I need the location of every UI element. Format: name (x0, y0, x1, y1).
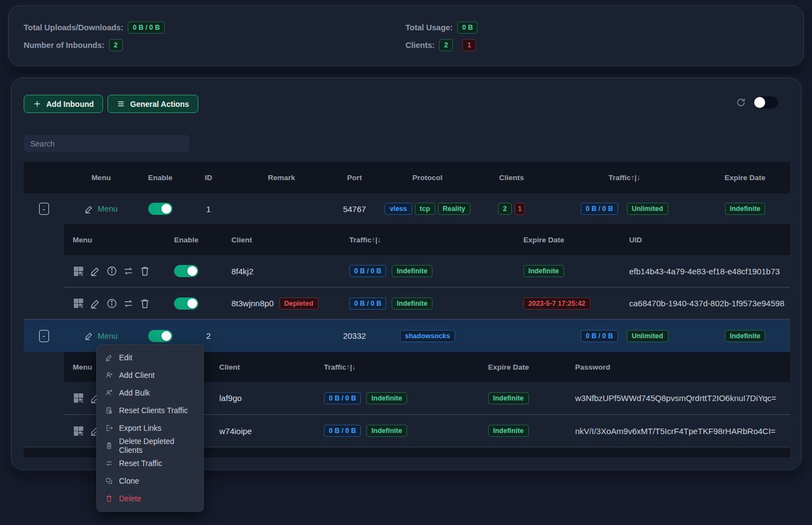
export-icon (105, 424, 113, 432)
menu-item-reset-traffic[interactable]: Reset Traffic (97, 454, 203, 472)
client-uid: efb14b43-4a79-4e83-ef18-e48cf1901b73 (620, 267, 790, 276)
refresh-icon[interactable] (736, 98, 746, 107)
delete-icon[interactable] (139, 298, 150, 309)
file-reset-icon (105, 407, 113, 414)
menu-item-label: Export Links (119, 424, 161, 432)
header-password: Password (566, 363, 790, 371)
traffic-badge: 0 B / 0 B (349, 265, 386, 277)
info-icon[interactable] (106, 266, 117, 277)
menu-item-label: Add Bulk (119, 388, 150, 397)
depleted-badge: Depleted (279, 297, 318, 310)
inbound-port: 54767 (328, 204, 381, 214)
inbound-context-menu: Edit Add Client Add Bulk Reset Clients T… (96, 344, 204, 512)
dark-mode-toggle[interactable] (754, 96, 778, 109)
info-icon[interactable] (106, 298, 117, 309)
header-remark: Remark (235, 174, 328, 182)
stats-panel: Total Uploads/Downloads: 0 B / 0 B Numbe… (8, 6, 804, 66)
delete-icon (105, 495, 113, 502)
menu-item-label: Add Client (119, 371, 155, 380)
menu-item-label: Reset Clients Traffic (119, 406, 188, 415)
header-traffic-sort[interactable]: Traffic↑|↓ (315, 363, 479, 371)
qrcode-icon[interactable] (73, 266, 84, 277)
edit-icon (105, 354, 113, 361)
menu-item-clone[interactable]: Clone (97, 472, 203, 490)
row-menu-trigger[interactable]: Menu (84, 204, 117, 214)
header-traffic-sort[interactable]: Traffic↑|↓ (549, 174, 700, 182)
header-protocol: Protocol (381, 174, 474, 182)
menu-item-reset-clients-traffic[interactable]: Reset Clients Traffic (97, 402, 203, 419)
expire-badge: Indefinite (523, 265, 564, 277)
traffic-badge: 0 B / 0 B (324, 425, 361, 437)
menu-item-edit[interactable]: Edit (97, 349, 203, 366)
enable-toggle[interactable] (148, 203, 172, 215)
header-enable: Enable (138, 174, 182, 182)
reset-traffic-icon[interactable] (123, 298, 134, 309)
header-enable: Enable (165, 236, 223, 244)
client-password: nkV/I/3XoAm9v6xMT/T5IcrF4TpeTKF98rHARbRo… (566, 426, 790, 436)
user-plus-icon (105, 371, 113, 379)
clients-label: Clients: (405, 41, 435, 50)
client-uid: ca68470b-1940-437d-802b-1f9573e94598 (620, 299, 790, 308)
qrcode-icon[interactable] (73, 392, 84, 404)
inbound-port: 20332 (328, 331, 381, 340)
total-uploads-downloads-label: Total Uploads/Downloads: (24, 23, 123, 32)
menu-item-export-links[interactable]: Export Links (97, 419, 203, 437)
client-name: 8f4kj2 (223, 267, 340, 276)
edit-icon (84, 204, 94, 214)
reset-traffic-icon[interactable] (123, 266, 134, 277)
traffic-total-badge: Indefinite (392, 297, 432, 310)
row-menu-trigger[interactable]: Menu (84, 331, 117, 340)
clone-icon (105, 477, 113, 485)
header-traffic-sort[interactable]: Traffic↑|↓ (340, 236, 515, 244)
edit-icon[interactable] (90, 266, 101, 277)
protocol-badge: Reality (438, 203, 470, 215)
traffic-badge: 0 B / 0 B (349, 297, 386, 310)
menu-item-delete-depleted-clients[interactable]: Delete Depleted Clients (97, 437, 203, 454)
traffic-badge: 0 B / 0 B (581, 203, 618, 215)
edit-icon[interactable] (90, 298, 101, 309)
expire-badge: 2023-5-7 17:25:42 (523, 297, 591, 310)
enable-toggle[interactable] (174, 297, 198, 310)
traffic-total-badge: Unlimited (627, 203, 668, 215)
qrcode-icon[interactable] (73, 297, 84, 309)
traffic-badge: 0 B / 0 B (324, 392, 361, 404)
inbound-id: 1 (182, 204, 235, 214)
row-menu-label: Menu (98, 204, 117, 213)
search-input[interactable] (24, 135, 190, 152)
menu-item-label: Delete Depleted Clients (119, 437, 195, 454)
protocol-badge: vless (385, 203, 412, 215)
header-expire-date: Expire Date (700, 174, 790, 182)
number-of-inbounds-label: Number of Inbounds: (24, 41, 105, 50)
total-uploads-downloads-value: 0 B / 0 B (128, 21, 165, 34)
traffic-total-badge: Indefinite (392, 265, 432, 277)
add-inbound-button[interactable]: Add Inbound (24, 95, 103, 113)
total-usage-label: Total Usage: (405, 23, 453, 32)
collapse-row-button[interactable]: - (39, 203, 49, 215)
header-clients: Clients (474, 174, 549, 182)
toolbar: Add Inbound General Actions (24, 95, 198, 113)
menu-item-label: Reset Traffic (119, 459, 162, 468)
menu-item-add-bulk[interactable]: Add Bulk (97, 384, 203, 402)
menu-item-label: Delete (119, 494, 141, 503)
expire-badge: Indefinite (488, 425, 529, 437)
menu-item-label: Clone (119, 477, 139, 485)
traffic-total-badge: Indefinite (366, 392, 407, 404)
inbounds-page: Total Uploads/Downloads: 0 B / 0 B Numbe… (0, 0, 812, 525)
protocol-badge: tcp (415, 203, 435, 215)
clients-table-1-header: Menu Enable Client Traffic↑|↓ Expire Dat… (64, 224, 790, 255)
client-password: w3NfbzUPf5WWd745Q8pvsmQrdrttT2IO6knuI7Di… (566, 393, 790, 403)
delete-icon[interactable] (139, 266, 150, 277)
menu-item-delete[interactable]: Delete (97, 490, 203, 507)
enable-toggle[interactable] (148, 330, 172, 342)
inbound-row-1: - Menu 1 54767 vless tcp Reality (24, 193, 790, 224)
enable-toggle[interactable] (174, 265, 198, 277)
traffic-total-badge: Unlimited (627, 330, 668, 342)
menu-item-add-client[interactable]: Add Client (97, 366, 203, 384)
collapse-row-button[interactable]: - (39, 330, 49, 342)
clients-count-badge: 2 (498, 203, 512, 215)
general-actions-button[interactable]: General Actions (107, 95, 198, 113)
swap-arrows-icon (105, 459, 113, 467)
client-name: laf9go (210, 393, 315, 403)
inbounds-table-header: Menu Enable ID Remark Port Protocol Clie… (24, 162, 790, 193)
qrcode-icon[interactable] (73, 425, 84, 437)
